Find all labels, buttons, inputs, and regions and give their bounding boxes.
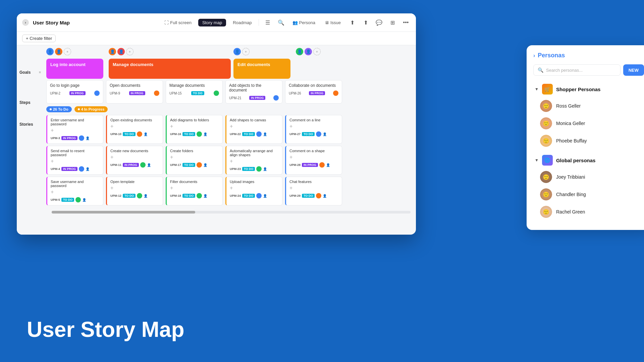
story-av-3-4: [256, 193, 262, 198]
persona-item-joey[interactable]: 🙂 Joey Tribbiani: [533, 168, 644, 186]
issue-button[interactable]: 🖥 Issue: [322, 19, 343, 26]
shopper-group-header[interactable]: ▼ 🛒 Shopper Personas: [533, 81, 644, 97]
story-label-3-5: Chat features: [289, 180, 338, 184]
story-av-1-2: [137, 131, 142, 137]
ticket-id-3[interactable]: UPM-15: [169, 92, 182, 95]
story-footer-3-2: UPM-12 TO DO 👤: [110, 193, 159, 198]
persona-button[interactable]: 👥 Persona: [290, 19, 318, 26]
header-bar: › User Story Map ⛶ Full screen Story map…: [17, 13, 416, 32]
ticket-id-2[interactable]: UPM-9: [110, 92, 120, 95]
search-icon[interactable]: 🔍: [276, 18, 286, 27]
step-card-2: Open documents UPM-9 IN PROG: [106, 80, 163, 104]
story-label-2-2: Create new documents: [110, 149, 159, 153]
fullscreen-button[interactable]: ⛶ Full screen: [162, 19, 194, 26]
story-footer-2-3: UPM-17 TO DO 👤: [170, 162, 219, 168]
share-icon[interactable]: ⬆: [361, 18, 370, 27]
step-label-5: Collaborate on documents: [289, 83, 338, 88]
status-badge-2: IN PROG: [129, 91, 145, 95]
global-personas-group: ▼ 🌐 Global personas 🙂 Joey Tribbiani 🙂 C…: [533, 152, 644, 221]
story-add-1-1[interactable]: +: [51, 127, 100, 133]
story-map-tab[interactable]: Story map: [198, 19, 226, 26]
personas-chevron-icon[interactable]: ›: [533, 53, 535, 59]
persona-item-phoebe[interactable]: 🙂 Phoebe Buffay: [533, 132, 644, 149]
roadmap-tab[interactable]: Roadmap: [230, 19, 254, 26]
story-label-2-3: Create folders: [170, 149, 219, 153]
story-footer-2-4: UPM-23 TO DO 👤: [230, 166, 279, 172]
persona-item-rachel[interactable]: 🙂 Rachel Green: [533, 203, 644, 221]
scroll-bar[interactable]: [46, 211, 416, 214]
story-av-2-5: [319, 162, 325, 168]
story-add-3-4[interactable]: +: [230, 185, 279, 191]
ticket-id-5[interactable]: UPM-26: [289, 92, 301, 95]
goal-card-2[interactable]: Manage documents: [109, 59, 231, 79]
story-icon-3-4: 👤: [263, 194, 267, 198]
story-add-1-3[interactable]: +: [170, 123, 219, 129]
search-row: 🔍 Search personas... NEW: [533, 64, 644, 76]
story-grid: 👤 👤 + Log into account 👤 👤 +: [44, 45, 416, 235]
global-chevron-icon: ▼: [535, 158, 539, 163]
story-footer-1-3: UPM-16 TO DO 👤: [170, 131, 219, 137]
step-footer-4: UPM-21 IN PROG: [229, 95, 279, 101]
story-add-1-4[interactable]: +: [230, 123, 279, 129]
story-card-2-1: Send email to resent password + UPM-4 IN…: [46, 146, 103, 175]
comment-icon[interactable]: 💬: [374, 18, 384, 27]
avatar-add-2[interactable]: +: [126, 48, 133, 55]
story-add-2-1[interactable]: +: [51, 158, 100, 164]
steps-row: Go to login page UPM-2 IN PROG Open docu…: [46, 80, 416, 104]
layout-icon[interactable]: ⊞: [388, 18, 397, 27]
personas-search-box[interactable]: 🔍 Search personas...: [533, 64, 621, 76]
story-av-2-4: [256, 166, 262, 172]
stories-header: 26 To Do 4 In Progress: [46, 106, 416, 112]
story-icon-1-5: 👤: [323, 132, 327, 136]
step-avatar-4: [273, 95, 279, 101]
story-add-2-4[interactable]: +: [230, 158, 279, 164]
story-av-2-3: [197, 162, 202, 168]
story-add-1-2[interactable]: +: [110, 123, 159, 129]
avatar-2: 👤: [55, 48, 62, 55]
new-persona-button[interactable]: NEW: [623, 64, 644, 76]
avatar-add-3[interactable]: +: [242, 48, 250, 55]
avatar-add-4[interactable]: +: [313, 48, 321, 55]
story-card-3-5: Chat features + UPM-29 TO DO 👤: [285, 177, 342, 205]
status-badge-5: IN PROG: [309, 91, 325, 95]
shopper-group-avatar: 🛒: [542, 84, 553, 95]
story-footer-2-1: UPM-4 IN PROG 👤: [51, 166, 100, 172]
monica-name: Monica Geller: [556, 121, 585, 126]
sidebar-toggle[interactable]: ›: [22, 19, 29, 26]
persona-item-ross[interactable]: 🙂 Ross Geller: [533, 97, 644, 115]
goal-card-3[interactable]: Edit documents: [233, 59, 290, 79]
story-add-3-1[interactable]: +: [51, 189, 100, 195]
story-add-2-2[interactable]: +: [110, 154, 159, 160]
ticket-id-1[interactable]: UPM-2: [50, 92, 60, 95]
story-card-1-1: Enter username and password + UPM-3 IN P…: [46, 115, 103, 144]
story-add-1-5[interactable]: +: [289, 123, 338, 129]
story-add-2-5[interactable]: +: [289, 154, 338, 160]
goals-filter-icon[interactable]: ≡: [39, 70, 41, 74]
goals-row: 👤 👤 + Log into account 👤 👤 +: [46, 48, 416, 79]
persona-item-chandler[interactable]: 🙂 Chandler Bing: [533, 186, 644, 203]
story-card-1-4: Add shapes to canvas + UPM-22 TO DO 👤: [225, 115, 282, 144]
story-icon-2-3: 👤: [203, 163, 207, 167]
upload-icon[interactable]: ⬆: [347, 18, 357, 27]
more-icon[interactable]: •••: [401, 18, 411, 27]
issue-icon: 🖥: [325, 20, 329, 25]
inprogress-dot: [78, 108, 80, 110]
step-avatar-5: [333, 90, 338, 96]
menu-icon[interactable]: ☰: [263, 18, 272, 27]
story-add-3-3[interactable]: +: [170, 185, 219, 191]
step-label-3: Manage documents: [169, 83, 219, 88]
story-add-2-3[interactable]: +: [170, 154, 219, 160]
story-add-3-5[interactable]: +: [289, 185, 338, 191]
create-filter-button[interactable]: + Create filter: [22, 35, 56, 42]
step-avatar-3: [214, 90, 219, 96]
goal-card-1[interactable]: Log into account: [46, 59, 103, 79]
story-card-3-4: Upload images + UPM-24 TO DO 👤: [225, 177, 282, 205]
avatar-add-1[interactable]: +: [64, 48, 71, 55]
goal-col-1: 👤 👤 + Log into account: [46, 48, 106, 79]
global-group-header[interactable]: ▼ 🌐 Global personas: [533, 152, 644, 168]
ticket-id-4[interactable]: UPM-21: [229, 96, 241, 100]
inprogress-badge: 4 In Progress: [74, 106, 108, 112]
story-add-3-2[interactable]: +: [110, 185, 159, 191]
persona-item-monica[interactable]: 🙂 Monica Geller: [533, 115, 644, 132]
chandler-name: Chandler Bing: [556, 192, 586, 197]
